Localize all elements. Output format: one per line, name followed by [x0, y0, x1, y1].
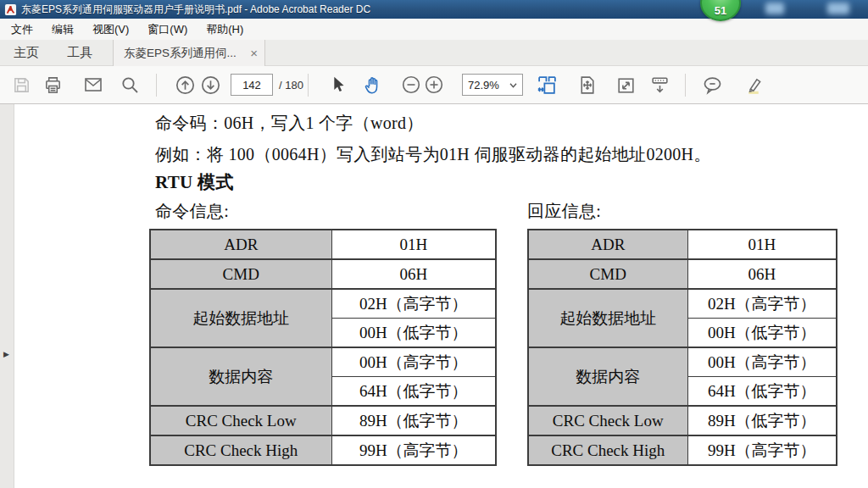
highlight-icon[interactable] [742, 74, 764, 96]
previous-page-icon[interactable] [174, 74, 196, 96]
table-row: CRC Check Low89H（低字节） [528, 406, 837, 435]
next-page-icon[interactable] [199, 74, 221, 96]
zoom-in-icon[interactable] [423, 74, 445, 96]
tab-tools[interactable]: 工具 [53, 40, 107, 66]
toolbar-separator [308, 74, 309, 97]
table-row: 起始数据地址02H（高字节） [528, 289, 837, 319]
toolbar: 142 / 180 72.9% [0, 66, 868, 104]
page-total-label: / 180 [279, 66, 303, 104]
tab-document[interactable]: 东菱EPS系列通用伺... × [113, 40, 265, 66]
command-message-table: ADR01H CMD06H 起始数据地址02H（高字节） 00H（低字节） 数据… [149, 229, 497, 466]
menu-edit[interactable]: 编辑 [42, 19, 83, 40]
actual-size-icon[interactable] [615, 74, 637, 96]
document-tab-label: 东菱EPS系列通用伺... [124, 46, 245, 61]
menu-view[interactable]: 视图(V) [83, 19, 138, 40]
document-viewport: ▶ 命令码：06H，写入1 个字（word） 例如：将 100（0064H）写入… [0, 104, 868, 488]
doc-line-example: 例如：将 100（0064H）写入到站号为01H 伺服驱动器的起始地址0200H… [155, 143, 711, 166]
window-control-blur [765, 3, 784, 14]
chevron-down-icon [509, 82, 517, 88]
table-row: 数据内容00H（高字节） [528, 347, 837, 377]
table-row: 数据内容00H（高字节） [150, 347, 496, 377]
doc-line-rtu-mode: RTU 模式 [155, 170, 234, 194]
table-row: CMD06H [528, 259, 837, 289]
tab-bar: 主页 工具 东菱EPS系列通用伺... × [0, 40, 868, 66]
zoom-level-dropdown[interactable]: 72.9% [462, 74, 523, 96]
search-icon[interactable] [119, 74, 141, 96]
menu-window[interactable]: 窗口(W) [138, 19, 197, 40]
menu-help[interactable]: 帮助(H) [197, 19, 253, 40]
table-row: CRC Check High99H（高字节） [150, 435, 496, 465]
toolbar-separator [156, 74, 157, 97]
window-control-blur [827, 3, 849, 14]
window-title: 东菱EPS系列通用伺服驱动器用户手册说明书.pdf - Adobe Acroba… [21, 3, 370, 17]
navigation-pane-strip: ▶ [0, 104, 14, 488]
zoom-level-value: 72.9% [468, 79, 509, 92]
select-tool-icon[interactable] [326, 74, 348, 96]
response-message-table: ADR01H CMD06H 起始数据地址02H（高字节） 00H（低字节） 数据… [527, 229, 837, 466]
table-row: 起始数据地址02H（高字节） [150, 289, 496, 319]
page-number-value: 142 [242, 79, 261, 92]
read-mode-icon[interactable] [648, 74, 670, 96]
hand-tool-icon[interactable] [362, 74, 384, 96]
zoom-out-icon[interactable] [400, 74, 422, 96]
toolbar-separator [685, 74, 686, 97]
menu-bar: 文件 编辑 视图(V) 窗口(W) 帮助(H) [0, 19, 868, 40]
email-icon[interactable] [82, 74, 104, 96]
menu-file[interactable]: 文件 [2, 19, 42, 40]
comment-icon[interactable] [701, 74, 723, 96]
close-tab-icon[interactable]: × [250, 47, 258, 59]
table-row: CRC Check High99H（高字节） [528, 435, 837, 465]
save-icon[interactable] [10, 74, 32, 96]
fit-width-icon[interactable] [536, 74, 558, 96]
table-row: ADR01H [150, 230, 496, 259]
command-table-caption: 命令信息: [155, 200, 229, 223]
acrobat-app-icon [4, 3, 17, 16]
table-row: CRC Check Low89H（低字节） [150, 406, 496, 435]
response-table-caption: 回应信息: [527, 200, 601, 223]
table-row: CMD06H [150, 259, 496, 289]
fit-page-icon[interactable] [576, 74, 598, 96]
print-icon[interactable] [42, 74, 64, 96]
table-row: ADR01H [528, 230, 837, 259]
page-number-input[interactable]: 142 [231, 74, 273, 96]
expand-nav-pane-icon[interactable]: ▶ [3, 350, 9, 358]
tab-home[interactable]: 主页 [0, 40, 53, 66]
doc-line-command-code: 命令码：06H，写入1 个字（word） [155, 112, 424, 135]
